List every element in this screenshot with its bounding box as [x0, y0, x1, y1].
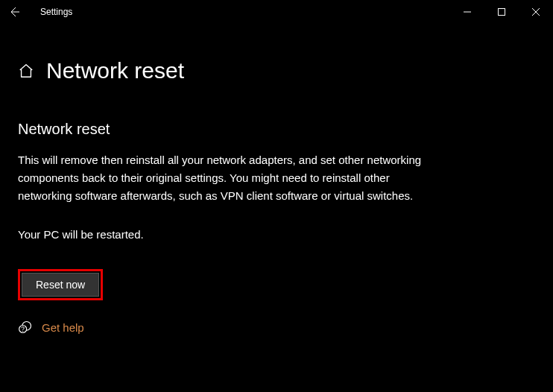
maximize-button[interactable] — [484, 0, 519, 24]
back-arrow-icon — [7, 5, 21, 19]
page-title: Network reset — [46, 58, 184, 83]
close-icon — [532, 8, 540, 16]
minimize-icon — [464, 8, 471, 16]
svg-rect-2 — [499, 9, 505, 16]
reset-now-button[interactable]: Reset now — [22, 273, 99, 297]
back-button[interactable] — [6, 4, 22, 20]
app-title: Settings — [40, 7, 72, 17]
titlebar-left: Settings — [6, 4, 72, 20]
get-help-link[interactable]: Get help — [42, 321, 84, 334]
titlebar: Settings — [0, 0, 553, 24]
main-content: Network reset This will remove then rein… — [0, 83, 553, 335]
reset-button-highlight: Reset now — [18, 269, 103, 300]
svg-point-7 — [22, 331, 23, 332]
help-icon — [18, 320, 33, 335]
restart-notice: Your PC will be restarted. — [18, 226, 435, 244]
window-controls — [450, 0, 553, 24]
maximize-icon — [498, 8, 505, 16]
close-button[interactable] — [519, 0, 553, 24]
page-header: Network reset — [0, 24, 553, 83]
minimize-button[interactable] — [450, 0, 484, 24]
description-text: This will remove then reinstall all your… — [18, 151, 435, 205]
home-icon — [18, 63, 34, 79]
section-heading: Network reset — [18, 121, 535, 138]
get-help-row: Get help — [18, 320, 535, 335]
